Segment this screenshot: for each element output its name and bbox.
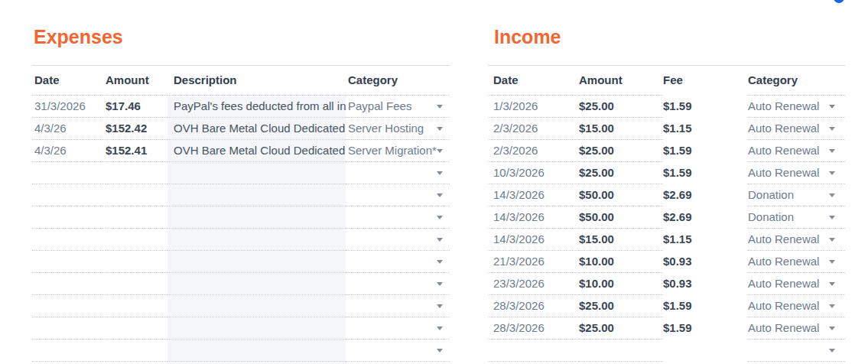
expense-date-cell[interactable] <box>32 273 106 295</box>
income-amount-cell[interactable]: $25.00 <box>579 96 663 118</box>
income-date-cell[interactable]: 14/3/2026 <box>488 229 579 251</box>
income-date-cell[interactable]: 2/3/2026 <box>488 140 579 162</box>
income-fee-cell[interactable]: $1.59 <box>663 96 747 118</box>
income-fee-cell[interactable]: $2.69 <box>663 184 747 206</box>
income-fee-cell[interactable]: $0.93 <box>663 273 747 295</box>
expense-date-cell[interactable]: 31/3/2026 <box>32 96 106 118</box>
income-date-cell[interactable]: 23/3/2026 <box>488 273 579 295</box>
expense-date-cell[interactable] <box>32 206 106 229</box>
expense-category-dropdown[interactable] <box>346 295 450 317</box>
chevron-down-icon[interactable] <box>829 260 835 264</box>
income-col-header-date[interactable]: Date <box>488 66 579 96</box>
income-amount-cell[interactable]: $15.00 <box>579 118 663 140</box>
income-category-dropdown[interactable] <box>747 340 845 362</box>
income-category-dropdown[interactable]: Auto Renewal <box>747 229 845 251</box>
chevron-down-icon[interactable] <box>437 304 443 308</box>
chevron-down-icon[interactable] <box>829 193 835 197</box>
expenses-col-header-description[interactable]: Description <box>167 66 346 96</box>
expense-amount-cell[interactable]: $152.42 <box>106 118 167 140</box>
expense-description-cell[interactable] <box>167 162 346 184</box>
income-category-dropdown[interactable]: Auto Renewal <box>747 317 845 340</box>
income-date-cell[interactable]: 28/3/2026 <box>488 317 579 340</box>
income-category-dropdown[interactable]: Auto Renewal <box>747 96 845 118</box>
expense-description-cell[interactable] <box>167 317 346 340</box>
expenses-col-header-amount[interactable]: Amount <box>106 66 167 96</box>
income-date-cell[interactable]: 1/3/2026 <box>488 96 579 118</box>
income-category-dropdown[interactable]: Auto Renewal <box>747 295 845 317</box>
expense-description-cell[interactable] <box>167 206 346 229</box>
expenses-col-header-date[interactable]: Date <box>32 66 106 96</box>
expense-amount-cell[interactable] <box>106 229 167 251</box>
income-fee-cell[interactable]: $1.59 <box>663 295 747 317</box>
chevron-down-icon[interactable] <box>829 149 835 153</box>
chevron-down-icon[interactable] <box>437 238 443 242</box>
income-fee-cell[interactable] <box>663 340 747 362</box>
chevron-down-icon[interactable] <box>437 105 443 109</box>
expense-date-cell[interactable] <box>32 251 106 273</box>
income-fee-cell[interactable]: $2.69 <box>663 206 747 229</box>
income-date-cell[interactable]: 14/3/2026 <box>488 184 579 206</box>
income-date-cell[interactable]: 14/3/2026 <box>488 206 579 229</box>
income-fee-cell[interactable]: $1.59 <box>663 317 747 340</box>
income-amount-cell[interactable]: $25.00 <box>579 140 663 162</box>
income-fee-cell[interactable]: $1.15 <box>663 118 747 140</box>
expense-description-cell[interactable] <box>167 273 346 295</box>
expenses-col-header-category[interactable]: Category <box>346 66 450 96</box>
expense-description-cell[interactable] <box>167 229 346 251</box>
expense-description-cell[interactable]: PayPal's fees deducted from all inco <box>167 96 346 118</box>
expense-date-cell[interactable]: 4/3/26 <box>32 140 106 162</box>
income-category-dropdown[interactable]: Auto Renewal <box>747 162 845 184</box>
expense-date-cell[interactable] <box>32 162 106 184</box>
chevron-down-icon[interactable] <box>437 216 443 219</box>
expense-amount-cell[interactable]: $152.41 <box>106 140 167 162</box>
income-amount-cell[interactable]: $50.00 <box>579 206 663 229</box>
income-category-dropdown[interactable]: Auto Renewal <box>747 118 845 140</box>
expense-description-cell[interactable]: OVH Bare Metal Cloud Dedicated Se <box>167 140 346 162</box>
chevron-down-icon[interactable] <box>829 105 835 109</box>
chevron-down-icon[interactable] <box>829 238 835 242</box>
income-amount-cell[interactable]: $10.00 <box>579 273 663 295</box>
chevron-down-icon[interactable] <box>829 349 835 353</box>
expense-category-dropdown[interactable]: Server Hosting <box>346 118 450 140</box>
income-fee-cell[interactable]: $1.15 <box>663 229 747 251</box>
chevron-down-icon[interactable] <box>829 327 835 330</box>
chevron-down-icon[interactable] <box>829 282 835 286</box>
expense-category-dropdown[interactable]: Paypal Fees <box>346 96 450 118</box>
income-category-dropdown[interactable]: Auto Renewal <box>747 251 845 273</box>
expense-date-cell[interactable] <box>32 295 106 317</box>
expense-category-dropdown[interactable] <box>346 273 450 295</box>
expense-description-cell[interactable] <box>167 295 346 317</box>
expense-category-dropdown[interactable] <box>346 340 450 362</box>
expense-category-dropdown[interactable] <box>346 229 450 251</box>
chevron-down-icon[interactable] <box>829 171 835 175</box>
income-category-dropdown[interactable]: Auto Renewal <box>747 140 845 162</box>
expense-date-cell[interactable] <box>32 184 106 206</box>
chevron-down-icon[interactable] <box>829 127 835 131</box>
expense-amount-cell[interactable] <box>106 295 167 317</box>
chevron-down-icon[interactable] <box>437 349 443 353</box>
chevron-down-icon[interactable] <box>437 193 443 197</box>
expense-date-cell[interactable]: 4/3/26 <box>32 118 106 140</box>
income-fee-cell[interactable]: $0.93 <box>663 251 747 273</box>
expense-category-dropdown[interactable] <box>346 251 450 273</box>
expense-amount-cell[interactable]: $17.46 <box>106 96 167 118</box>
expense-description-cell[interactable] <box>167 251 346 273</box>
expense-amount-cell[interactable] <box>106 162 167 184</box>
chevron-down-icon[interactable] <box>437 327 443 330</box>
chevron-down-icon[interactable] <box>437 260 443 264</box>
expense-date-cell[interactable] <box>32 229 106 251</box>
expense-category-dropdown[interactable]: Server Migration* <box>346 140 450 162</box>
expense-date-cell[interactable] <box>32 340 106 362</box>
expense-category-dropdown[interactable] <box>346 317 450 340</box>
expense-description-cell[interactable] <box>167 340 346 362</box>
income-amount-cell[interactable]: $25.00 <box>579 295 663 317</box>
income-category-dropdown[interactable]: Donation <box>747 206 845 229</box>
expense-description-cell[interactable]: OVH Bare Metal Cloud Dedicated Se <box>167 118 346 140</box>
chevron-down-icon[interactable] <box>829 304 835 308</box>
income-amount-cell[interactable]: $50.00 <box>579 184 663 206</box>
income-fee-cell[interactable]: $1.59 <box>663 140 747 162</box>
chevron-down-icon[interactable] <box>437 282 443 286</box>
income-amount-cell[interactable]: $25.00 <box>579 317 663 340</box>
income-date-cell[interactable]: 21/3/2026 <box>488 251 579 273</box>
income-amount-cell[interactable]: $10.00 <box>579 251 663 273</box>
